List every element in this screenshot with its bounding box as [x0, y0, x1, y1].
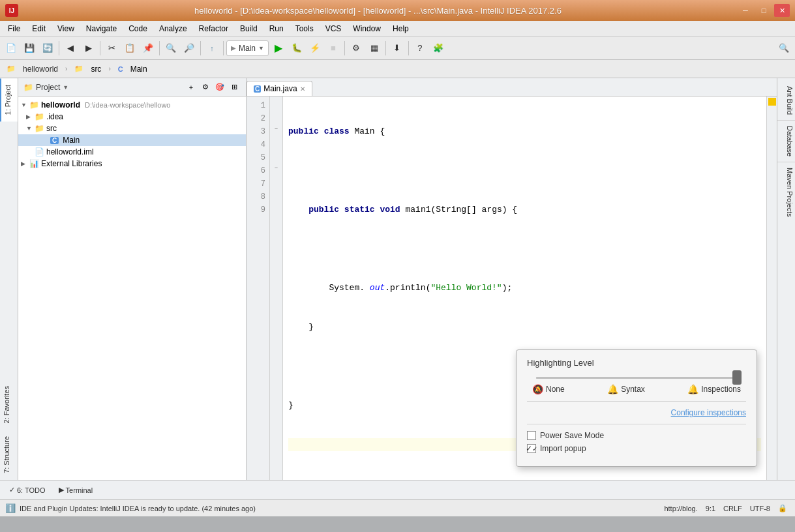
toolbar-separator-6: [344, 41, 345, 55]
tree-label-root: helloworld: [41, 100, 80, 110]
cut-button[interactable]: ✂: [103, 40, 120, 57]
forward-button[interactable]: ▶: [80, 40, 97, 57]
update-button[interactable]: ⬇: [389, 40, 406, 57]
level-syntax[interactable]: 🔔 Syntax: [607, 384, 645, 394]
gutter-line-4: [270, 136, 282, 149]
ant-build-tab[interactable]: Ant Build: [777, 81, 795, 121]
level-syntax-icon: 🔔: [607, 384, 618, 394]
level-inspections[interactable]: 🔔 Inspections: [687, 384, 741, 394]
tree-item-root[interactable]: ▼ 📁 helloworld D:\idea-workspace\hellowo: [18, 99, 246, 111]
menu-navigate[interactable]: Navigate: [81, 23, 122, 35]
run-config-name: Main: [239, 44, 256, 53]
scroll-to-button[interactable]: 🎯: [213, 81, 226, 94]
settings-panel-button[interactable]: ⚙: [199, 81, 212, 94]
gutter-fold-6[interactable]: –: [270, 162, 282, 175]
back-button[interactable]: ◀: [62, 40, 79, 57]
expand-all-button[interactable]: ⊞: [228, 81, 241, 94]
bottom-bar: ✓ 6: TODO ▶ Terminal: [0, 480, 795, 499]
find-button[interactable]: 🔍: [162, 40, 179, 57]
code-line-4: [288, 243, 761, 256]
menu-run[interactable]: Run: [264, 23, 289, 35]
paste-button[interactable]: 📌: [140, 40, 157, 57]
line-num-7: 7: [247, 177, 269, 190]
status-encoding[interactable]: UTF-8: [747, 503, 773, 514]
commit-button[interactable]: ↑: [203, 40, 220, 57]
status-line-ending[interactable]: CRLF: [721, 503, 745, 514]
add-button[interactable]: +: [185, 81, 198, 94]
tree-item-iml[interactable]: 📄 helloworld.iml: [18, 146, 246, 158]
tree-label-src: src: [46, 124, 57, 133]
menu-code[interactable]: Code: [123, 23, 153, 35]
code-line-6: }: [288, 321, 761, 334]
menu-view[interactable]: View: [52, 23, 80, 35]
tab-close-button[interactable]: ✕: [300, 85, 305, 93]
editor-area: C Main.java ✕ 1 2 3 4 5 6 7 8 9: [247, 78, 777, 480]
stop-button[interactable]: ■: [325, 40, 342, 57]
configure-inspections-link[interactable]: Configure inspections: [527, 408, 746, 417]
window-controls[interactable]: ─ □ ✕: [738, 4, 790, 17]
left-sidebar-strip: 1: Project 2: Favorites 7: Structure: [0, 78, 18, 480]
maven-projects-tab[interactable]: Maven Projects: [777, 162, 795, 222]
tree-item-ext-libs[interactable]: ▶ 📊 External Libraries: [18, 158, 246, 170]
level-none[interactable]: 🔕 None: [532, 384, 565, 394]
menu-tools[interactable]: Tools: [290, 23, 319, 35]
nav-arrow-2: ›: [106, 64, 113, 74]
terminal-icon: ▶: [59, 486, 64, 494]
editor-tab-main[interactable]: C Main.java ✕: [247, 81, 312, 96]
tree-item-idea[interactable]: ▶ 📁 .idea: [18, 111, 246, 123]
status-position[interactable]: 9:1: [703, 503, 718, 514]
tree-item-main[interactable]: C Main: [18, 134, 246, 146]
project-dropdown-arrow[interactable]: ▼: [63, 84, 68, 91]
plugin-button[interactable]: 🧩: [430, 40, 447, 57]
power-save-mode-row: Power Save Mode: [527, 431, 746, 440]
run-config-selector[interactable]: ▶ Main ▼: [226, 40, 269, 56]
import-popup-checkbox[interactable]: ✓: [527, 444, 536, 453]
search-everywhere-button[interactable]: 🔍: [775, 40, 792, 57]
menu-help[interactable]: Help: [387, 23, 414, 35]
menu-file[interactable]: File: [3, 23, 25, 35]
sidebar-tab-favorites[interactable]: 2: Favorites: [0, 379, 18, 430]
run-button[interactable]: ▶: [270, 40, 287, 57]
slider-thumb[interactable]: [732, 370, 742, 385]
menu-refactor[interactable]: Refactor: [194, 23, 233, 35]
menu-analyze[interactable]: Analyze: [154, 23, 192, 35]
new-file-button[interactable]: 📄: [3, 40, 20, 57]
menu-window[interactable]: Window: [348, 23, 386, 35]
close-button[interactable]: ✕: [774, 4, 790, 17]
help-button[interactable]: ?: [412, 40, 428, 57]
sidebar-tab-project[interactable]: 1: Project: [0, 78, 18, 121]
gutter-fold-3[interactable]: –: [270, 123, 282, 136]
right-indicator-yellow: [768, 98, 776, 106]
settings-button[interactable]: ⚙: [348, 40, 365, 57]
menu-vcs[interactable]: VCS: [320, 23, 347, 35]
maximize-button[interactable]: □: [756, 4, 772, 17]
status-lock-icon[interactable]: 🔒: [775, 503, 790, 514]
tree-item-src[interactable]: ▼ 📁 src: [18, 123, 246, 134]
menu-edit[interactable]: Edit: [27, 23, 51, 35]
toolbar-separator-4: [200, 41, 201, 55]
database-tab[interactable]: Database: [777, 121, 795, 162]
menu-build[interactable]: Build: [235, 23, 263, 35]
breadcrumb-project[interactable]: helloworld: [20, 63, 61, 75]
save-button[interactable]: 💾: [21, 40, 38, 57]
expand-arrow-idea: ▶: [26, 113, 33, 120]
power-save-checkbox[interactable]: [527, 431, 536, 440]
todo-tab[interactable]: ✓ 6: TODO: [5, 484, 50, 495]
status-icon: ℹ️: [5, 503, 16, 513]
sync-button[interactable]: 🔄: [39, 40, 56, 57]
find-in-path-button[interactable]: 🔎: [181, 40, 198, 57]
copy-button[interactable]: 📋: [121, 40, 138, 57]
coverage-button[interactable]: ⚡: [307, 40, 323, 57]
debug-button[interactable]: 🐛: [288, 40, 305, 57]
import-popup-row: ✓ Import popup: [527, 444, 746, 453]
layout-button[interactable]: ▦: [366, 40, 383, 57]
breadcrumb-src[interactable]: src: [88, 63, 104, 75]
terminal-label: Terminal: [66, 486, 93, 494]
tree-label-idea: .idea: [46, 112, 63, 121]
minimize-button[interactable]: ─: [738, 4, 753, 17]
terminal-tab[interactable]: ▶ Terminal: [55, 484, 97, 495]
sidebar-tab-structure[interactable]: 7: Structure: [0, 430, 18, 480]
toolbar-separator-5: [223, 41, 224, 55]
breadcrumb-main[interactable]: Main: [128, 63, 150, 75]
main-layout: 1: Project 2: Favorites 7: Structure 📁 P…: [0, 78, 795, 480]
